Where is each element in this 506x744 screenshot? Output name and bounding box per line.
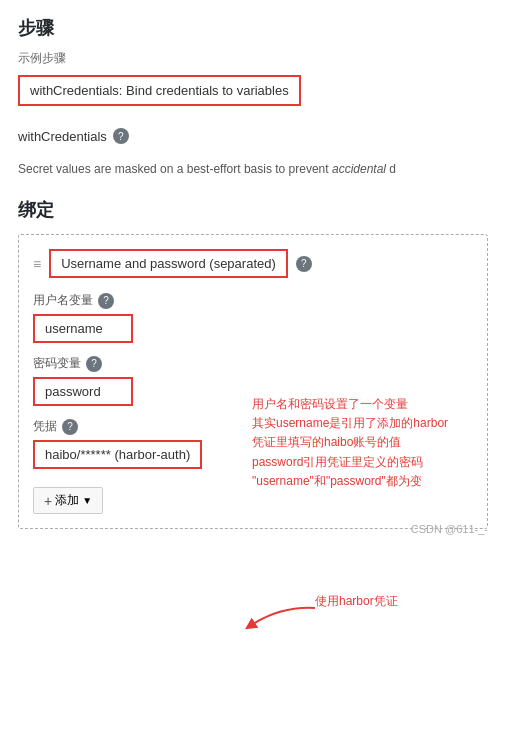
annotation-line1: 用户名和密码设置了一个变量: [252, 395, 492, 414]
password-input-box[interactable]: password: [33, 377, 133, 406]
credential-help-icon[interactable]: ?: [62, 419, 78, 435]
credential-type-help-icon[interactable]: ?: [296, 256, 312, 272]
annotation-line3: 凭证里填写的haibo账号的值: [252, 433, 492, 452]
password-label-row: 密码变量 ?: [33, 355, 473, 372]
masked-note-italic: accidental: [332, 162, 386, 176]
annotation-line4: password引用凭证里定义的密码: [252, 453, 492, 472]
arrow-svg: [240, 598, 320, 638]
credential-type-label: Username and password (separated): [61, 256, 276, 271]
example-step-text: withCredentials: Bind credentials to var…: [30, 83, 289, 98]
username-help-icon[interactable]: ?: [98, 293, 114, 309]
with-credentials-label: withCredentials: [18, 129, 107, 144]
credential-type-box: Username and password (separated): [49, 249, 288, 278]
dropdown-arrow-icon: ▼: [82, 495, 92, 506]
username-label-row: 用户名变量 ?: [33, 292, 473, 309]
example-label: 示例步骤: [18, 50, 488, 67]
username-input-box[interactable]: username: [33, 314, 133, 343]
password-help-icon[interactable]: ?: [86, 356, 102, 372]
credential-input-box[interactable]: haibo/****** (harbor-auth): [33, 440, 202, 469]
drag-icon: ≡: [33, 256, 41, 272]
annotation-line2: 其实username是引用了添加的harbor: [252, 414, 492, 433]
plus-icon: +: [44, 493, 52, 509]
credential-value: haibo/****** (harbor-auth): [45, 447, 190, 462]
arrow-container: [240, 598, 320, 641]
annotation-block-bottom: 使用harbor凭证: [315, 592, 398, 611]
annotation-block-top: 用户名和密码设置了一个变量 其实username是引用了添加的harbor 凭证…: [252, 395, 492, 491]
username-field-label: 用户名变量: [33, 292, 93, 309]
masked-note-prefix: Secret values are masked on a best-effor…: [18, 162, 332, 176]
with-credentials-row: withCredentials ?: [18, 122, 488, 150]
watermark: CSDN @611-_-: [411, 523, 488, 535]
add-button-label: 添加: [55, 492, 79, 509]
bind-title: 绑定: [18, 198, 488, 222]
password-value: password: [45, 384, 101, 399]
example-step-box: withCredentials: Bind credentials to var…: [18, 75, 301, 106]
masked-note: Secret values are masked on a best-effor…: [18, 160, 488, 178]
steps-title: 步骤: [18, 16, 488, 40]
username-field-row: 用户名变量 ? username: [33, 292, 473, 343]
add-button[interactable]: + 添加 ▼: [33, 487, 103, 514]
masked-note-suffix: d: [386, 162, 396, 176]
username-value: username: [45, 321, 103, 336]
with-credentials-help-icon[interactable]: ?: [113, 128, 129, 144]
password-field-label: 密码变量: [33, 355, 81, 372]
annotation-line5: "username"和"password"都为变: [252, 472, 492, 491]
annotation-line6: 使用harbor凭证: [315, 592, 398, 611]
bind-header: ≡ Username and password (separated) ?: [33, 249, 473, 278]
credential-field-label: 凭据: [33, 418, 57, 435]
